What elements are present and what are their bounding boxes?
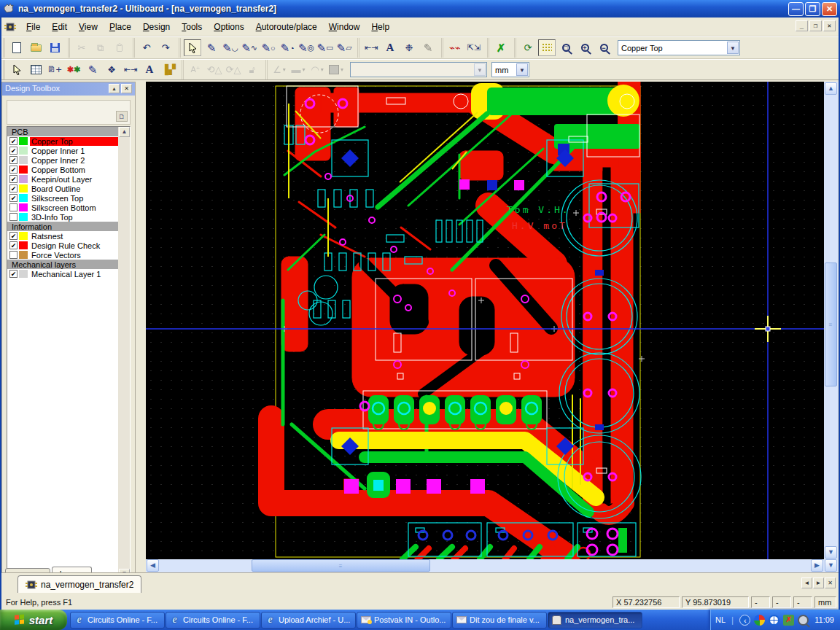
highlight-button[interactable]: ▐▞ bbox=[160, 61, 177, 78]
place-rect-button[interactable]: ✎▭ bbox=[316, 39, 334, 56]
menu-view[interactable]: View bbox=[73, 20, 104, 34]
open-button[interactable] bbox=[27, 39, 44, 56]
layer-row-mechanical-layer-1[interactable]: ✔Mechanical Layer 1 bbox=[7, 269, 118, 279]
text-button[interactable]: A bbox=[381, 39, 399, 56]
globe-icon[interactable] bbox=[769, 615, 779, 626]
mdi-minimize-button[interactable]: _ bbox=[796, 20, 808, 31]
menu-tools[interactable]: Tools bbox=[176, 20, 208, 34]
renumber-button[interactable]: A⁺ bbox=[187, 61, 204, 78]
place-bezier-button[interactable]: ✎∿ bbox=[241, 39, 258, 56]
tab-close-icon[interactable]: ✕ bbox=[825, 578, 836, 588]
antivirus-icon[interactable]: ✗ bbox=[783, 615, 794, 626]
vscroll-thumb[interactable]: ≡ bbox=[825, 262, 837, 386]
layer-visibility-checkbox[interactable]: ✔ bbox=[9, 232, 18, 240]
unit-select[interactable]: mm ▼ bbox=[491, 62, 529, 77]
document-tab[interactable]: na_vermogen_transfer2 bbox=[18, 575, 141, 593]
zoom-out-button[interactable]: − bbox=[595, 39, 612, 56]
layer-row-copper-top[interactable]: ✔Copper Top bbox=[7, 136, 118, 146]
spreadsheet-button[interactable] bbox=[27, 61, 44, 78]
layer-color-swatch[interactable] bbox=[19, 137, 28, 145]
toolbox-mini-button[interactable]: 🗋 bbox=[116, 111, 128, 122]
paste-button[interactable]: 📋︎ bbox=[111, 39, 128, 56]
layer-visibility-checkbox[interactable]: ✔ bbox=[9, 156, 18, 164]
color-button[interactable]: ▾ bbox=[327, 61, 345, 78]
undo-button[interactable]: ↶ bbox=[138, 39, 155, 56]
hscroll-thumb[interactable]: ≡ bbox=[252, 559, 430, 572]
magnifier-icon[interactable] bbox=[798, 615, 809, 626]
menu-file[interactable]: File bbox=[20, 20, 46, 34]
delete-button[interactable]: ✗ bbox=[492, 39, 510, 56]
ratsnest-button[interactable]: ⌁⌁ bbox=[446, 39, 464, 56]
menu-help[interactable]: Help bbox=[365, 20, 395, 34]
rotate-cw-button[interactable]: ⟳△ bbox=[225, 61, 242, 78]
taskbar-task-3[interactable]: Postvak IN - Outlo... bbox=[357, 612, 451, 629]
layer-color-swatch[interactable] bbox=[19, 147, 28, 155]
layer-row-force-vectors[interactable]: Force Vectors bbox=[7, 250, 118, 260]
layer-visibility-checkbox[interactable]: ✔ bbox=[9, 241, 18, 249]
layer-visibility-checkbox[interactable]: ✔ bbox=[9, 147, 18, 155]
layer-color-swatch[interactable] bbox=[19, 270, 28, 278]
line-width-button[interactable]: ▬▾ bbox=[289, 61, 307, 78]
layer-row-ratsnest[interactable]: ✔Ratsnest bbox=[7, 231, 118, 241]
line-style-button[interactable]: ∠▾ bbox=[271, 61, 288, 78]
attribute-select[interactable]: ▼ bbox=[350, 62, 487, 77]
place-ellipse-button[interactable]: ✎◎ bbox=[298, 39, 315, 56]
chevron-down-icon[interactable]: ▼ bbox=[727, 42, 739, 54]
layer-visibility-checkbox[interactable] bbox=[9, 213, 18, 221]
layer-row-copper-inner-1[interactable]: ✔Copper Inner 1 bbox=[7, 146, 118, 155]
layer-color-swatch[interactable] bbox=[19, 213, 28, 221]
design-toolbox-header[interactable]: Design Toolbox ▴ ✕ bbox=[2, 82, 135, 96]
place-polygon-button[interactable]: ✎▱ bbox=[335, 39, 353, 56]
language-indicator[interactable]: NL bbox=[715, 615, 726, 624]
layer-color-swatch[interactable] bbox=[19, 232, 28, 240]
grid-toggle-button[interactable] bbox=[538, 39, 556, 56]
scroll-left-icon[interactable]: ◀ bbox=[147, 559, 159, 572]
minimize-button[interactable]: — bbox=[788, 2, 804, 16]
scroll-down2-icon[interactable]: ▼ bbox=[825, 559, 837, 572]
language-back-icon[interactable]: ‹ bbox=[739, 615, 750, 626]
msn-pinwheel-icon[interactable] bbox=[754, 615, 765, 626]
net-button[interactable]: ❉ bbox=[400, 39, 418, 56]
place-circle-button[interactable]: ✎○ bbox=[260, 39, 277, 56]
layer-row-copper-inner-2[interactable]: ✔Copper Inner 2 bbox=[7, 155, 118, 165]
layer-visibility-checkbox[interactable] bbox=[9, 203, 18, 211]
menu-window[interactable]: Window bbox=[323, 20, 366, 34]
layer-visibility-checkbox[interactable]: ✔ bbox=[9, 175, 18, 183]
menu-options[interactable]: Options bbox=[208, 20, 249, 34]
scroll-up-icon[interactable]: ▲ bbox=[119, 127, 130, 137]
save-button[interactable] bbox=[46, 39, 63, 56]
mdi-restore-button[interactable]: ❐ bbox=[809, 20, 822, 31]
layer-visibility-checkbox[interactable]: ✔ bbox=[9, 184, 18, 192]
copy-button[interactable]: ⧉ bbox=[92, 39, 109, 56]
panel-collapse-button[interactable]: ▴ bbox=[109, 84, 120, 93]
layer-row-copper-bottom[interactable]: ✔Copper Bottom bbox=[7, 165, 118, 174]
panel-close-button[interactable]: ✕ bbox=[121, 84, 132, 93]
select-tool-button[interactable] bbox=[184, 39, 201, 56]
taskbar-task-2[interactable]: eUpload Archief - U... bbox=[261, 612, 356, 629]
drc-button[interactable]: ✱✱ bbox=[65, 61, 82, 78]
select2-button[interactable] bbox=[8, 61, 26, 78]
layer-row-keepin-out-layer[interactable]: ✔Keepin/out Layer bbox=[7, 174, 118, 184]
layer-color-swatch[interactable] bbox=[19, 194, 28, 202]
chevron-down-icon[interactable]: ▼ bbox=[474, 63, 486, 76]
menu-autoroute-place[interactable]: Autoroute/place bbox=[250, 20, 323, 34]
start-button[interactable]: start bbox=[0, 610, 67, 630]
taskbar-task-1[interactable]: eCircuits Online - F... bbox=[166, 612, 260, 629]
layer-color-swatch[interactable] bbox=[19, 251, 28, 259]
cut-button[interactable]: ✂ bbox=[73, 39, 90, 56]
place-line-button[interactable]: ✎ bbox=[203, 39, 220, 56]
layer-visibility-checkbox[interactable] bbox=[9, 251, 18, 259]
layer-color-swatch[interactable] bbox=[19, 166, 28, 174]
pcb-canvas[interactable]: Tom V.H. H.V moT bbox=[146, 82, 824, 559]
layer-row-3d-info-top[interactable]: 3D-Info Top bbox=[7, 212, 118, 222]
layer-visibility-checkbox[interactable]: ✔ bbox=[9, 137, 18, 145]
new-button[interactable] bbox=[8, 39, 26, 56]
dimension-button[interactable]: ⇤⇥ bbox=[362, 39, 380, 56]
redo-button[interactable]: ↷ bbox=[157, 39, 174, 56]
mdi-close-button[interactable]: ✕ bbox=[823, 20, 836, 31]
place-arc2-button[interactable]: ✎◔ bbox=[279, 39, 296, 56]
layer-row-board-outline[interactable]: ✔Board Outline bbox=[7, 184, 118, 193]
refresh-button[interactable]: ⟳ bbox=[519, 39, 537, 56]
pen-disabled-button[interactable]: ✎ bbox=[419, 39, 437, 56]
scroll-down-icon[interactable]: ▼ bbox=[825, 546, 837, 559]
